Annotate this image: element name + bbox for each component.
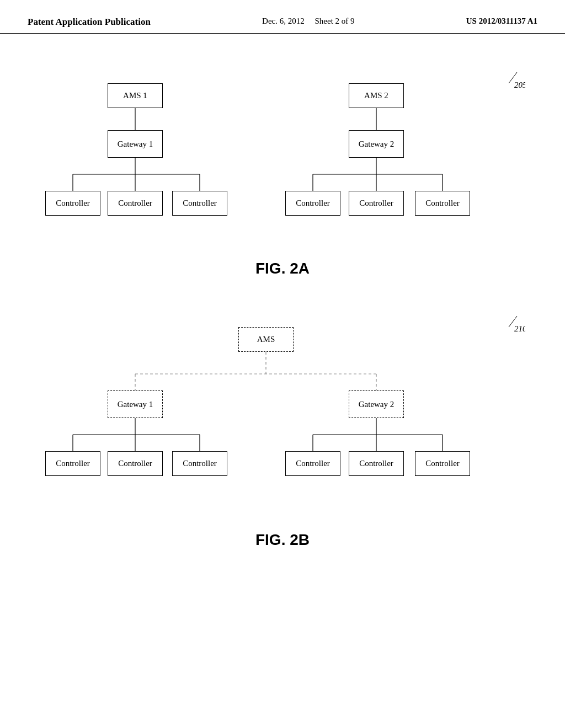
gateway1-box-2a: Gateway 1 [108,130,163,158]
controller-2a-r3: Controller [415,191,470,216]
publication-label: Patent Application Publication [28,17,151,28]
svg-text:205: 205 [514,81,525,89]
patent-number-label: US 2012/0311137 A1 [466,17,537,26]
fig2b-label-container: FIG. 2B [0,531,565,549]
controller-2b-r1: Controller [285,451,340,476]
fig2b-diagram: 210 AMS Gateway 1 Gat [34,311,531,526]
controller-2a-r1: Controller [285,191,340,216]
controller-2a-r2: Controller [349,191,404,216]
ams-box-2b: AMS [238,327,294,352]
fig2a-diagram: 205 AMS 1 AMS 2 Gateway 1 G [34,67,531,254]
svg-text:210: 210 [514,324,525,333]
ams2-box: AMS 2 [349,83,404,108]
date-label: Dec. 6, 2012 [262,17,305,25]
controller-2a-l2: Controller [108,191,163,216]
gateway2-box-2b: Gateway 2 [349,390,404,418]
fig2a-label: FIG. 2A [0,260,565,277]
controller-2b-r3: Controller [415,451,470,476]
page-header: Patent Application Publication Dec. 6, 2… [0,0,565,34]
controller-2a-l1: Controller [45,191,100,216]
ref-number-210: 210 [476,311,525,335]
date-sheet-label: Dec. 6, 2012 Sheet 2 of 9 [262,17,354,26]
ams1-box: AMS 1 [108,83,163,108]
gateway1-box-2b: Gateway 1 [108,390,163,418]
ref-number-205: 205 [476,67,525,91]
controller-2b-l3: Controller [172,451,227,476]
controller-2b-l1: Controller [45,451,100,476]
controller-2a-l3: Controller [172,191,227,216]
sheet-label: Sheet 2 of 9 [315,17,355,25]
fig2a-label-container: FIG. 2A [0,260,565,277]
fig2b-label: FIG. 2B [0,531,565,549]
controller-2b-r2: Controller [349,451,404,476]
gateway2-box-2a: Gateway 2 [349,130,404,158]
controller-2b-l2: Controller [108,451,163,476]
